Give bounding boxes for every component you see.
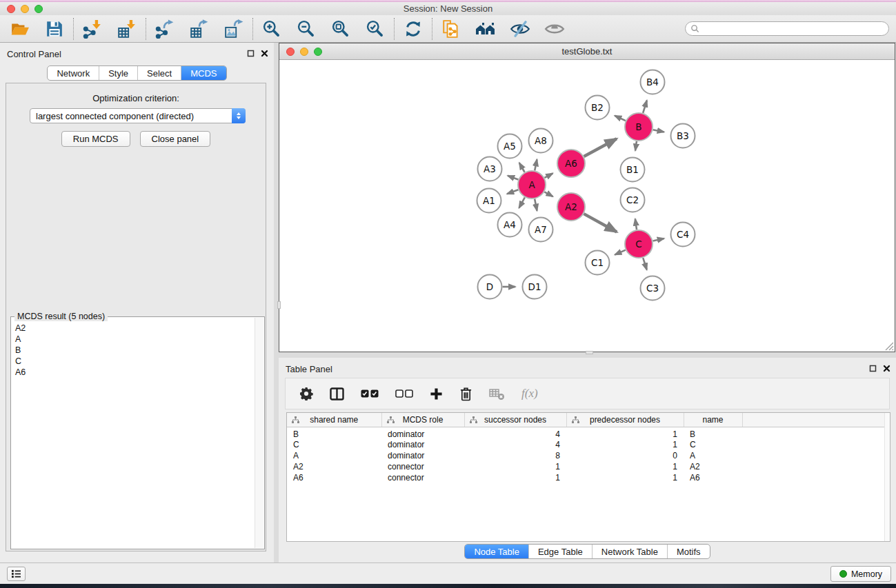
graph-node-A6[interactable]: A6 <box>557 150 585 177</box>
graph-edge-A-A1[interactable] <box>507 190 518 194</box>
graph-node-C1[interactable]: C1 <box>586 251 610 275</box>
import-network-icon[interactable] <box>82 19 103 39</box>
graph-edge-C-C1[interactable] <box>615 250 625 255</box>
graph-edge-A-A5[interactable] <box>519 163 525 172</box>
graph-edge-A-A3[interactable] <box>508 176 518 180</box>
split-view-icon[interactable] <box>330 387 344 401</box>
import-table-icon[interactable] <box>117 19 137 39</box>
graph-node-B1[interactable]: B1 <box>621 158 645 182</box>
zoom-selected-icon[interactable] <box>365 19 386 39</box>
float-panel-icon[interactable] <box>869 365 877 372</box>
graph-node-C3[interactable]: C3 <box>641 276 665 301</box>
close-panel-icon[interactable] <box>261 50 268 57</box>
graph-node-A2[interactable]: A2 <box>557 193 585 221</box>
tab-style[interactable]: Style <box>99 66 137 80</box>
result-item[interactable]: A <box>15 334 264 345</box>
export-image-icon[interactable] <box>223 19 244 39</box>
tab-edge-table[interactable]: Edge Table <box>528 545 592 558</box>
optimization-criterion-select[interactable]: largest connected component (directed) <box>30 108 246 123</box>
refresh-icon[interactable] <box>403 19 424 39</box>
graph-edge-B-B3[interactable] <box>653 130 664 132</box>
graph-edge-A6-B[interactable] <box>584 139 617 156</box>
graph-edge-B-B4[interactable] <box>643 101 647 113</box>
deselect-all-icon[interactable] <box>395 389 413 398</box>
graph-node-A4[interactable]: A4 <box>498 213 522 237</box>
result-item[interactable]: A6 <box>15 367 264 378</box>
add-column-icon[interactable] <box>430 387 443 401</box>
select-all-icon[interactable] <box>361 389 379 398</box>
delete-table-icon[interactable] <box>489 387 505 401</box>
export-table-icon[interactable] <box>189 19 210 39</box>
graph-node-A3[interactable]: A3 <box>478 157 502 181</box>
graph-node-B3[interactable]: B3 <box>671 124 695 148</box>
network-canvas[interactable]: B4B2BB3A8A5A6A3B1AC2A1A2A4A7C4CC1C3DD1 <box>279 60 895 352</box>
graph-edge-A-A6[interactable] <box>544 173 552 177</box>
tab-select[interactable]: Select <box>137 66 181 80</box>
column-header[interactable]: predecessor nodes <box>566 413 684 427</box>
column-header[interactable]: shared name <box>287 413 381 427</box>
export-network-icon[interactable] <box>155 19 175 39</box>
result-item[interactable]: C <box>15 356 264 367</box>
graph-node-B4[interactable]: B4 <box>641 70 665 94</box>
function-builder-icon[interactable]: f(x) <box>521 387 538 401</box>
run-mcds-button[interactable]: Run MCDS <box>61 131 130 147</box>
zoom-out-icon[interactable] <box>296 19 317 39</box>
graph-node-C[interactable]: C <box>625 230 653 258</box>
graph-edge-C-C4[interactable] <box>653 239 664 241</box>
graph-edge-C-C2[interactable] <box>635 219 637 230</box>
save-session-icon[interactable] <box>44 19 65 39</box>
tab-network[interactable]: Network <box>48 66 99 80</box>
graph-node-A1[interactable]: A1 <box>477 189 501 213</box>
tab-motifs[interactable]: Motifs <box>667 545 710 558</box>
float-panel-icon[interactable] <box>247 50 255 57</box>
graph-edge-A-A2[interactable] <box>544 192 552 196</box>
hide-selected-icon[interactable] <box>510 19 530 39</box>
splitter-grip[interactable] <box>586 351 593 354</box>
graph-node-A[interactable]: A <box>518 171 546 199</box>
graph-edge-A-A7[interactable] <box>535 199 537 211</box>
column-header[interactable]: successor nodes <box>464 413 566 427</box>
search-input[interactable] <box>703 24 888 34</box>
table-row[interactable]: Bdominator41B <box>287 427 890 439</box>
graph-edge-A-A8[interactable] <box>535 159 537 170</box>
zoom-in-icon[interactable] <box>261 19 282 39</box>
table-row[interactable]: Adominator80A <box>287 450 890 461</box>
table-row[interactable]: A2connector11A2 <box>287 461 890 472</box>
result-item[interactable]: A2 <box>15 323 264 334</box>
graph-edge-B-B2[interactable] <box>615 116 626 121</box>
graph-node-A5[interactable]: A5 <box>498 134 522 159</box>
task-history-button[interactable] <box>7 567 26 581</box>
graph-edge-A-A4[interactable] <box>519 197 524 207</box>
graph-node-B2[interactable]: B2 <box>586 96 610 120</box>
table-scrollbar[interactable] <box>884 413 890 541</box>
graph-node-C2[interactable]: C2 <box>621 188 645 212</box>
graph-node-C4[interactable]: C4 <box>671 223 695 247</box>
tab-network-table[interactable]: Network Table <box>592 545 667 558</box>
memory-button[interactable]: Memory <box>830 566 891 582</box>
graph-node-B[interactable]: B <box>625 113 653 141</box>
graph-node-A8[interactable]: A8 <box>529 129 553 153</box>
tab-node-table[interactable]: Node Table <box>465 545 528 558</box>
zoom-fit-icon[interactable] <box>330 19 351 39</box>
close-panel-icon[interactable] <box>883 365 890 372</box>
table-row[interactable]: Cdominator41C <box>287 439 890 450</box>
result-item[interactable]: B <box>15 345 264 356</box>
graph-node-A7[interactable]: A7 <box>529 218 553 242</box>
table-row[interactable]: A6connector11A6 <box>287 472 890 483</box>
search-field[interactable] <box>685 21 889 36</box>
show-all-icon[interactable] <box>475 19 496 39</box>
result-scrollbar[interactable] <box>255 318 263 548</box>
graph-edge-A2-C[interactable] <box>584 214 617 232</box>
tab-mcds[interactable]: MCDS <box>181 66 226 80</box>
graph-edge-B-B1[interactable] <box>635 141 637 151</box>
column-header[interactable]: name <box>684 413 742 427</box>
graph-node-D[interactable]: D <box>478 275 502 299</box>
delete-column-icon[interactable] <box>459 387 472 401</box>
close-panel-button[interactable]: Close panel <box>140 131 211 147</box>
open-session-icon[interactable] <box>10 19 30 39</box>
clone-network-icon[interactable] <box>441 19 461 39</box>
graph-edge-C-C3[interactable] <box>643 258 646 270</box>
column-header[interactable]: MCDS role <box>381 413 464 427</box>
splitter-grip[interactable] <box>277 301 281 309</box>
graph-node-D1[interactable]: D1 <box>523 275 547 299</box>
